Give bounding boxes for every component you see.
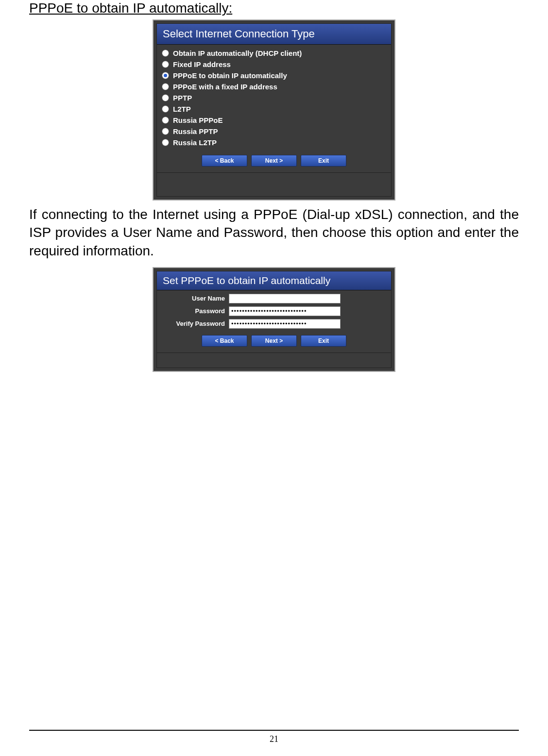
radio-label: Obtain IP automatically (DHCP client) xyxy=(173,49,302,57)
document-page: PPPoE to obtain IP automatically: Select… xyxy=(0,0,548,756)
radio-icon xyxy=(162,105,169,113)
section-heading: PPPoE to obtain IP automatically: xyxy=(29,0,519,17)
dialog-select-connection-type: Select Internet Connection Type Obtain I… xyxy=(153,19,395,201)
dialog-set-pppoe: Set PPPoE to obtain IP automatically Use… xyxy=(153,267,395,372)
verify-password-input[interactable] xyxy=(229,319,341,329)
radio-icon xyxy=(162,50,169,57)
radio-label: Russia PPTP xyxy=(173,127,218,135)
radio-label: Russia PPPoE xyxy=(173,116,223,124)
verify-password-label: Verify Password xyxy=(162,320,229,327)
radio-icon xyxy=(162,139,169,146)
dialog-footer-spacer xyxy=(157,172,391,196)
radio-option-fixed-ip[interactable]: Fixed IP address xyxy=(162,59,386,70)
dialog-inner: Set PPPoE to obtain IP automatically Use… xyxy=(156,271,392,368)
next-button[interactable]: Next > xyxy=(251,155,297,167)
radio-icon xyxy=(162,72,169,79)
radio-label: PPTP xyxy=(173,94,192,102)
radio-option-pppoe-auto[interactable]: PPPoE to obtain IP automatically xyxy=(162,70,386,81)
dialog-button-row: < Back Next > Exit xyxy=(157,150,391,172)
form-row-password: Password xyxy=(162,305,386,318)
page-footer-rule xyxy=(29,730,519,731)
radio-option-russia-pppoe[interactable]: Russia PPPoE xyxy=(162,115,386,126)
radio-icon xyxy=(162,94,169,101)
form-row-username: User Name xyxy=(162,292,386,305)
back-button[interactable]: < Back xyxy=(202,335,247,347)
radio-option-l2tp[interactable]: L2TP xyxy=(162,103,386,115)
form-row-verify-password: Verify Password xyxy=(162,318,386,330)
radio-icon xyxy=(162,117,169,124)
radio-icon xyxy=(162,128,169,135)
dialog-footer-spacer xyxy=(157,353,391,368)
radio-label: Russia L2TP xyxy=(173,138,217,147)
exit-button[interactable]: Exit xyxy=(301,335,346,347)
back-button[interactable]: < Back xyxy=(202,155,247,167)
radio-group-connection-type: Obtain IP automatically (DHCP client) Fi… xyxy=(157,45,391,150)
dialog-button-row: < Back Next > Exit xyxy=(157,330,391,353)
password-input[interactable] xyxy=(229,306,341,316)
radio-option-russia-pptp[interactable]: Russia PPTP xyxy=(162,126,386,137)
dialog-title: Select Internet Connection Type xyxy=(157,24,391,45)
dialog-title: Set PPPoE to obtain IP automatically xyxy=(157,271,391,290)
radio-option-pppoe-fixed[interactable]: PPPoE with a fixed IP address xyxy=(162,81,386,92)
radio-label: PPPoE with a fixed IP address xyxy=(173,83,277,91)
exit-button[interactable]: Exit xyxy=(301,155,346,167)
radio-option-dhcp[interactable]: Obtain IP automatically (DHCP client) xyxy=(162,48,386,59)
radio-option-russia-l2tp[interactable]: Russia L2TP xyxy=(162,137,386,148)
radio-icon xyxy=(162,83,169,90)
radio-icon xyxy=(162,61,169,68)
dialog-inner: Select Internet Connection Type Obtain I… xyxy=(156,23,392,197)
password-label: Password xyxy=(162,307,229,315)
radio-label: Fixed IP address xyxy=(173,60,231,68)
username-label: User Name xyxy=(162,295,229,302)
radio-option-pptp[interactable]: PPTP xyxy=(162,92,386,103)
radio-label: L2TP xyxy=(173,105,191,113)
form-area: User Name Password Verify Password xyxy=(157,290,391,330)
radio-label: PPPoE to obtain IP automatically xyxy=(173,71,287,80)
username-input[interactable] xyxy=(229,294,341,303)
next-button[interactable]: Next > xyxy=(251,335,297,347)
body-paragraph: If connecting to the Internet using a PP… xyxy=(29,205,519,260)
page-number: 21 xyxy=(0,734,548,744)
